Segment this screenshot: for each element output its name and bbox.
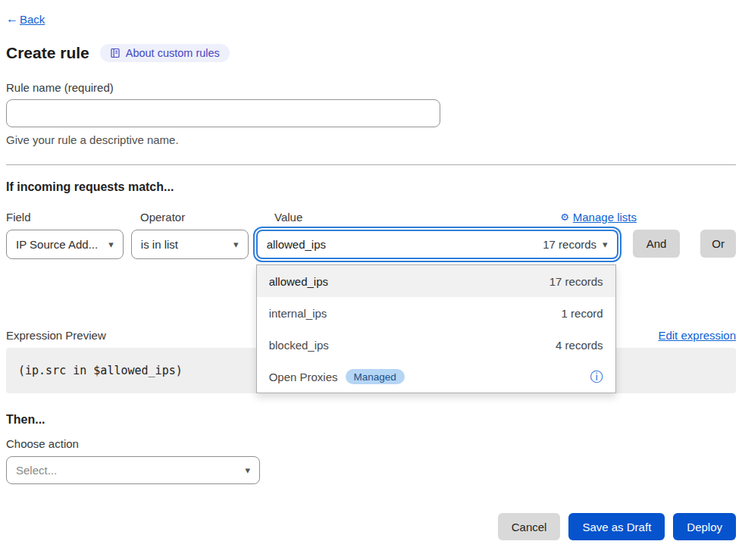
operator-select-value: is in list [141, 238, 178, 251]
chevron-down-icon: ▾ [245, 465, 250, 476]
then-section-heading: Then... [6, 413, 736, 427]
or-button[interactable]: Or [700, 230, 736, 258]
list-option-allowed-ips[interactable]: allowed_ips 17 records [257, 265, 615, 297]
rule-name-label: Rule name (required) [6, 81, 736, 94]
list-option-open-proxies[interactable]: Open Proxies Managed ⓘ [257, 361, 615, 393]
choose-action-label: Choose action [6, 437, 736, 450]
operator-select[interactable]: is in list ▾ [131, 230, 249, 259]
back-link[interactable]: ← Back [6, 12, 45, 26]
book-icon [110, 48, 121, 58]
chevron-down-icon: ▾ [108, 239, 114, 250]
managed-badge: Managed [346, 369, 405, 384]
value-select-records: 17 records [543, 238, 596, 251]
gear-icon: ⚙ [560, 211, 569, 223]
list-option-name: internal_ips [269, 307, 327, 320]
rule-name-helper: Give your rule a descriptive name. [6, 133, 736, 146]
list-option-internal-ips[interactable]: internal_ips 1 record [257, 297, 615, 329]
about-link-label: About custom rules [126, 47, 220, 59]
chevron-down-icon: ▾ [233, 239, 239, 250]
list-option-records: 4 records [556, 339, 603, 352]
field-select-value: IP Source Add... [16, 238, 98, 251]
list-option-name: allowed_ips [269, 275, 328, 288]
manage-lists-label: Manage lists [573, 211, 637, 224]
value-label: Value [274, 211, 302, 224]
expression-code: (ip.src in $allowed_ips) [18, 364, 183, 377]
and-button[interactable]: And [633, 230, 681, 258]
create-rule-page: ← Back Create rule About custom rules Ru… [0, 12, 742, 540]
list-option-records: 17 records [549, 275, 603, 288]
value-select-value: allowed_ips [267, 238, 326, 251]
section-divider [6, 164, 736, 165]
rule-name-input[interactable] [6, 99, 440, 127]
back-arrow-icon: ← [6, 12, 18, 26]
list-option-name: blocked_ips [269, 339, 329, 352]
match-section-heading: If incoming requests match... [6, 180, 736, 194]
back-row: ← Back [6, 12, 736, 26]
about-custom-rules-link[interactable]: About custom rules [100, 44, 230, 62]
value-select[interactable]: allowed_ips 17 records ▾ [256, 230, 618, 259]
match-condition-row: IP Source Add... ▾ is in list ▾ allowed_… [6, 230, 736, 259]
action-select-placeholder: Select... [16, 464, 57, 477]
field-label: Field [6, 211, 133, 224]
list-dropdown-panel: allowed_ips 17 records internal_ips 1 re… [256, 264, 616, 393]
list-option-records: 1 record [562, 307, 603, 320]
page-title: Create rule [6, 44, 89, 62]
chevron-down-icon: ▾ [603, 239, 608, 250]
save-as-draft-button[interactable]: Save as Draft [568, 513, 665, 540]
back-link-label: Back [20, 13, 45, 26]
edit-expression-link[interactable]: Edit expression [658, 329, 736, 342]
list-option-blocked-ips[interactable]: blocked_ips 4 records [257, 329, 615, 361]
title-row: Create rule About custom rules [6, 44, 736, 62]
value-combobox-wrap: allowed_ips 17 records ▾ allowed_ips 17 … [256, 230, 618, 259]
info-icon[interactable]: ⓘ [590, 371, 603, 383]
match-column-labels: Field Operator Value ⚙ Manage lists [6, 211, 736, 224]
deploy-button[interactable]: Deploy [673, 513, 736, 540]
manage-lists-link[interactable]: ⚙ Manage lists [560, 211, 637, 224]
footer-actions: Cancel Save as Draft Deploy [6, 513, 736, 540]
cancel-button[interactable]: Cancel [498, 513, 561, 540]
action-select[interactable]: Select... ▾ [6, 456, 260, 484]
field-select[interactable]: IP Source Add... ▾ [6, 230, 124, 259]
expression-preview-label: Expression Preview [6, 329, 106, 342]
operator-label: Operator [140, 211, 267, 224]
list-option-name: Open Proxies [269, 371, 338, 383]
